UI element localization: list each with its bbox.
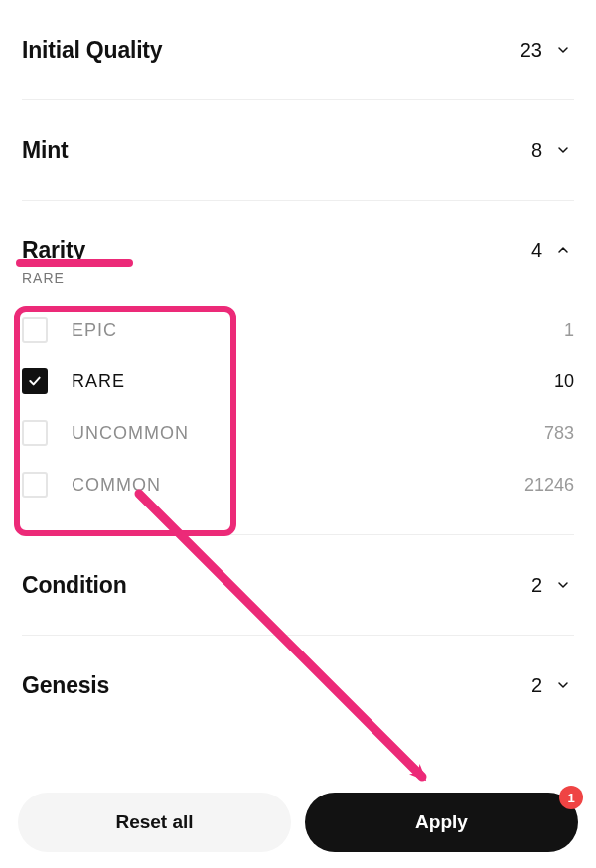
bottom-action-bar: Reset all Apply 1 — [0, 779, 596, 868]
section-title: Condition — [22, 572, 127, 599]
section-title: Initial Quality — [22, 37, 162, 64]
option-count: 10 — [554, 371, 574, 392]
chevron-down-icon — [552, 674, 574, 696]
rarity-option-uncommon[interactable]: UNCOMMON 783 — [22, 407, 574, 459]
rarity-option-epic[interactable]: EPIC 1 — [22, 304, 574, 356]
section-count: 8 — [531, 139, 542, 162]
checkbox-unchecked-icon[interactable] — [22, 472, 48, 498]
checkbox-unchecked-icon[interactable] — [22, 420, 48, 446]
filter-section-condition[interactable]: Condition 2 — [22, 535, 574, 636]
section-count: 2 — [531, 574, 542, 597]
apply-button-label: Apply — [415, 811, 468, 832]
section-subtitle: RARE — [22, 270, 574, 286]
option-label: EPIC — [72, 320, 564, 341]
checkbox-checked-icon[interactable] — [22, 368, 48, 394]
apply-badge: 1 — [559, 786, 583, 809]
section-title: Genesis — [22, 672, 109, 699]
apply-button[interactable]: Apply 1 — [305, 793, 578, 852]
checkbox-unchecked-icon[interactable] — [22, 317, 48, 343]
filter-section-mint[interactable]: Mint 8 — [22, 100, 574, 201]
option-count: 783 — [544, 423, 574, 444]
section-count: 23 — [521, 39, 542, 62]
reset-all-button[interactable]: Reset all — [18, 793, 291, 852]
rarity-option-common[interactable]: COMMON 21246 — [22, 459, 574, 510]
chevron-down-icon — [552, 39, 574, 61]
section-title: Rarity — [22, 237, 85, 264]
filter-section-genesis[interactable]: Genesis 2 — [22, 636, 574, 735]
rarity-option-rare[interactable]: RARE 10 — [22, 356, 574, 407]
chevron-down-icon — [552, 574, 574, 596]
section-title: Mint — [22, 137, 68, 164]
option-label: COMMON — [72, 475, 524, 496]
filter-section-initial-quality[interactable]: Initial Quality 23 — [22, 0, 574, 100]
filter-section-rarity[interactable]: Rarity 4 RARE EPIC 1 RARE 10 UNCOMMON 78… — [22, 201, 574, 535]
section-count: 4 — [531, 239, 542, 262]
section-count: 2 — [531, 674, 542, 697]
chevron-up-icon — [552, 239, 574, 261]
option-count: 21246 — [524, 475, 574, 496]
option-label: RARE — [72, 371, 554, 392]
option-count: 1 — [564, 320, 574, 341]
rarity-options-list: EPIC 1 RARE 10 UNCOMMON 783 COMMON 21246 — [22, 304, 574, 534]
chevron-down-icon — [552, 139, 574, 161]
option-label: UNCOMMON — [72, 423, 544, 444]
